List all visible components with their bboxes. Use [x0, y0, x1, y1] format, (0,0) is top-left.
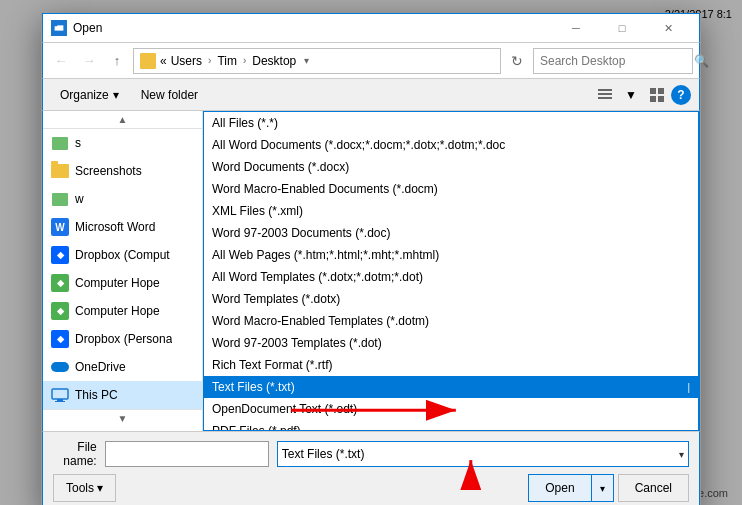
sidebar-label-dropbox-persona: Dropbox (Persona: [75, 332, 172, 346]
tools-label: Tools: [66, 481, 94, 495]
view-list-button[interactable]: [593, 83, 617, 107]
sidebar-item-thispc[interactable]: This PC: [43, 381, 202, 409]
refresh-button[interactable]: ↻: [505, 49, 529, 73]
search-box[interactable]: 🔍: [533, 48, 693, 74]
sidebar-item-computer-hope2[interactable]: ◆ Computer Hope: [43, 297, 202, 325]
sidebar-item-s[interactable]: s: [43, 129, 202, 157]
svg-rect-6: [650, 88, 656, 94]
address-path[interactable]: « Users › Tim › Desktop ▾: [133, 48, 501, 74]
sidebar-icon-screenshots: [51, 162, 69, 180]
sidebar-item-computer-hope1[interactable]: ◆ Computer Hope: [43, 269, 202, 297]
sidebar-item-onedrive[interactable]: OneDrive: [43, 353, 202, 381]
cancel-button[interactable]: Cancel: [618, 474, 689, 502]
sidebar-label-screenshots: Screenshots: [75, 164, 142, 178]
scroll-down-arrow: ▼: [118, 413, 128, 424]
search-icon: 🔍: [694, 54, 709, 68]
sidebar-item-dropbox-persona[interactable]: ◆ Dropbox (Persona: [43, 325, 202, 353]
svg-rect-4: [598, 93, 612, 95]
scroll-up-arrow: ▲: [118, 114, 128, 125]
sidebar-scroll-top[interactable]: ▲: [43, 111, 202, 129]
sidebar-icon-s: [51, 134, 69, 152]
dropdown-item-14[interactable]: PDF Files (*.pdf): [204, 420, 698, 431]
sidebar-icon-onedrive: [51, 358, 69, 376]
open-button-wrap: Open ▾: [528, 474, 613, 502]
dropdown-item-6[interactable]: All Web Pages (*.htm;*.html;*.mht;*.mhtm…: [204, 244, 698, 266]
filename-row: File name: Text Files (*.txt) ▾: [53, 440, 689, 468]
new-folder-label: New folder: [141, 88, 198, 102]
dropdown-item-13[interactable]: OpenDocument Text (*.odt): [204, 398, 698, 420]
sidebar-icon-msword: W: [51, 218, 69, 236]
action-row: Tools ▾ Open ▾ Cancel: [53, 474, 689, 502]
sidebar-label-dropbox-comput: Dropbox (Comput: [75, 248, 170, 262]
svg-rect-7: [658, 88, 664, 94]
sidebar-icon-w: [51, 190, 69, 208]
minimize-button[interactable]: ─: [553, 13, 599, 43]
file-list: ▲ Name Screenshots Document1.txt: [203, 111, 699, 431]
dropdown-item-8[interactable]: Word Templates (*.dotx): [204, 288, 698, 310]
dropdown-item-0[interactable]: All Files (*.*): [204, 112, 698, 134]
open-dialog: Open ─ □ ✕ ← → ↑ « Users › Tim › Desktop…: [41, 13, 701, 505]
sidebar-label-computer-hope2: Computer Hope: [75, 304, 160, 318]
address-bar: ← → ↑ « Users › Tim › Desktop ▾ ↻ 🔍: [42, 43, 700, 79]
sidebar-item-screenshots[interactable]: Screenshots: [43, 157, 202, 185]
maximize-button[interactable]: □: [599, 13, 645, 43]
title-bar: Open ─ □ ✕: [42, 13, 700, 43]
dropdown-item-1[interactable]: All Word Documents (*.docx;*.docm;*.dotx…: [204, 134, 698, 156]
sidebar-label-w: w: [75, 192, 84, 206]
sidebar-item-msword[interactable]: W Microsoft Word: [43, 213, 202, 241]
open-button[interactable]: Open: [528, 474, 591, 502]
close-button[interactable]: ✕: [645, 13, 691, 43]
back-button[interactable]: ←: [49, 49, 73, 73]
organize-label: Organize: [60, 88, 109, 102]
filetype-select[interactable]: Text Files (*.txt) ▾: [277, 441, 689, 467]
filename-input[interactable]: [105, 441, 269, 467]
dialog-icon: [51, 20, 67, 36]
addr-dropdown-arrow[interactable]: ▾: [304, 55, 309, 66]
dropdown-item-5[interactable]: Word 97-2003 Documents (*.doc): [204, 222, 698, 244]
sidebar-item-w[interactable]: w: [43, 185, 202, 213]
window-controls: ─ □ ✕: [553, 13, 691, 43]
toolbar: Organize ▾ New folder ▼ ?: [42, 79, 700, 111]
view-dropdown-button[interactable]: ▼: [619, 83, 643, 107]
addr-tim: Tim: [217, 54, 237, 68]
filetype-dropdown-arrow: ▾: [679, 449, 684, 460]
sidebar-label-thispc: This PC: [75, 388, 118, 402]
addr-chevron-2: ›: [243, 55, 246, 66]
addr-part-users: «: [160, 54, 167, 68]
view-tile-button[interactable]: [645, 83, 669, 107]
svg-rect-12: [55, 401, 65, 402]
dropdown-item-12[interactable]: Text Files (*.txt) |: [204, 376, 698, 398]
filename-label: File name:: [53, 440, 97, 468]
dropdown-item-7[interactable]: All Word Templates (*.dotx;*.dotm;*.dot): [204, 266, 698, 288]
svg-rect-9: [658, 96, 664, 102]
open-dropdown-button[interactable]: ▾: [592, 474, 614, 502]
file-type-dropdown[interactable]: All Files (*.*) All Word Documents (*.do…: [203, 111, 699, 431]
sidebar: ▲ s Screenshots: [43, 111, 203, 431]
up-button[interactable]: ↑: [105, 49, 129, 73]
tools-button[interactable]: Tools ▾: [53, 474, 116, 502]
dropdown-item-9[interactable]: Word Macro-Enabled Templates (*.dotm): [204, 310, 698, 332]
addr-desktop: Desktop: [252, 54, 296, 68]
dropdown-item-11[interactable]: Rich Text Format (*.rtf): [204, 354, 698, 376]
svg-rect-3: [598, 89, 612, 91]
organize-button[interactable]: Organize ▾: [51, 83, 128, 107]
dropdown-item-2[interactable]: Word Documents (*.docx): [204, 156, 698, 178]
new-folder-button[interactable]: New folder: [132, 83, 207, 107]
search-input[interactable]: [540, 54, 690, 68]
sidebar-scroll-bottom[interactable]: ▼: [43, 409, 202, 427]
dropdown-item-3[interactable]: Word Macro-Enabled Documents (*.docm): [204, 178, 698, 200]
sidebar-label-msword: Microsoft Word: [75, 220, 155, 234]
svg-rect-5: [598, 97, 612, 99]
sidebar-label-computer-hope1: Computer Hope: [75, 276, 160, 290]
sidebar-item-dropbox-comput[interactable]: ◆ Dropbox (Comput: [43, 241, 202, 269]
main-content: ▲ s Screenshots: [42, 111, 700, 431]
sidebar-icon-computer-hope1: ◆: [51, 274, 69, 292]
dropdown-item-10[interactable]: Word 97-2003 Templates (*.dot): [204, 332, 698, 354]
tools-arrow: ▾: [97, 481, 103, 495]
forward-button[interactable]: →: [77, 49, 101, 73]
addr-chevron-1: ›: [208, 55, 211, 66]
help-button[interactable]: ?: [671, 85, 691, 105]
dropdown-item-4[interactable]: XML Files (*.xml): [204, 200, 698, 222]
dialog-title: Open: [73, 21, 553, 35]
sidebar-icon-dropbox1: ◆: [51, 246, 69, 264]
